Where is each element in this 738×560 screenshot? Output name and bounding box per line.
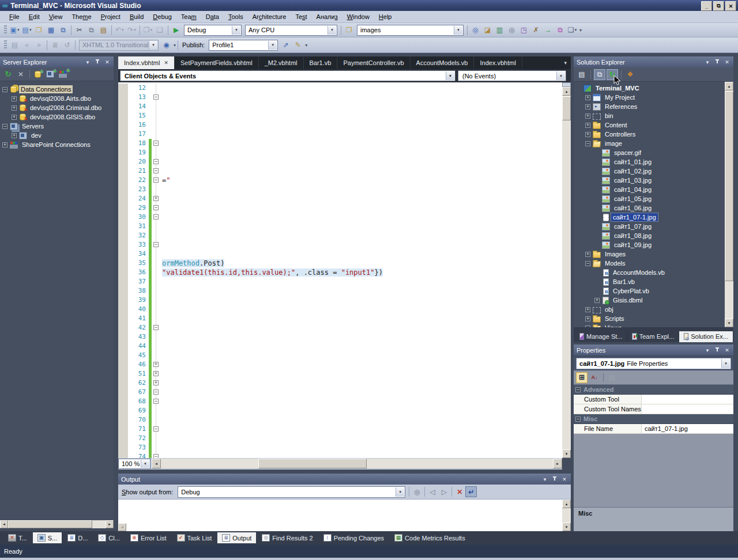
tree-item[interactable]: −Models: [574, 259, 725, 268]
menu-item-help[interactable]: Help: [374, 12, 397, 22]
output-content[interactable]: [118, 500, 562, 531]
panel-tab-team-explorer[interactable]: Team Expl...: [627, 331, 679, 342]
refresh-icon[interactable]: [2, 69, 14, 80]
panel-tab-manage-styles[interactable]: Manage St...: [575, 331, 627, 342]
tree-item[interactable]: +obj: [574, 305, 725, 314]
menu-item-build[interactable]: Build: [125, 12, 148, 22]
menu-item-test[interactable]: Test: [291, 12, 311, 22]
scroll-left-icon[interactable]: ◂: [152, 459, 161, 468]
find-in-document-icon[interactable]: ◎: [506, 24, 518, 36]
editor-tab[interactable]: _M2.vbhtml: [259, 56, 304, 69]
show-all-files-icon[interactable]: [594, 69, 605, 80]
decrease-indent-icon[interactable]: «: [21, 39, 33, 51]
tree-item[interactable]: −Servers: [0, 122, 114, 131]
clear-all-icon[interactable]: [454, 486, 465, 497]
menu-item-window[interactable]: Window: [342, 12, 374, 22]
tree-item[interactable]: +dev\sql2008.Criminal.dbo: [0, 103, 114, 112]
close-button[interactable]: ✕: [725, 1, 736, 11]
clear-formatting-icon[interactable]: ↺: [61, 39, 73, 51]
bottom-tab-document-outline[interactable]: D...: [63, 532, 92, 543]
solution-platform-combo[interactable]: Any CPU▾: [245, 25, 337, 36]
tree-item[interactable]: +bin: [574, 111, 725, 120]
connect-to-sharepoint-icon[interactable]: [58, 69, 70, 80]
menu-item-team[interactable]: Team: [176, 12, 201, 22]
scroll-left-icon[interactable]: ◂: [0, 520, 8, 528]
expand-icon[interactable]: +: [585, 132, 590, 137]
tree-item[interactable]: +Scripts: [574, 314, 725, 323]
fold-expand-icon[interactable]: +: [153, 380, 159, 385]
window-position-icon[interactable]: [541, 476, 548, 483]
close-icon[interactable]: [724, 59, 731, 66]
alphabetical-icon[interactable]: [589, 372, 600, 383]
open-file-icon[interactable]: ❒: [33, 24, 45, 36]
find-message-icon[interactable]: [411, 486, 423, 497]
scroll-down-icon[interactable]: ▾: [725, 319, 733, 327]
categorized-icon[interactable]: [576, 372, 588, 383]
tree-item[interactable]: сайт1_03.jpg: [574, 176, 725, 185]
tree-item[interactable]: сайт1_01.jpg: [574, 157, 725, 167]
scroll-up-icon[interactable]: ▴: [562, 87, 571, 96]
tree-item[interactable]: сайт1_07-1.jpg: [574, 213, 725, 222]
window-position-icon[interactable]: [704, 347, 711, 354]
fold-collapse-icon[interactable]: −: [153, 94, 159, 100]
server-explorer-title[interactable]: Server Explorer: [0, 56, 114, 67]
fold-collapse-icon[interactable]: −: [153, 242, 159, 247]
find-symbol-icon[interactable]: ◎: [469, 24, 481, 36]
tree-item[interactable]: сайт1_04.jpg: [574, 185, 725, 194]
editor-vscrollbar[interactable]: ▴ ▾: [562, 82, 571, 458]
next-message-icon[interactable]: [438, 486, 450, 497]
tree-item[interactable]: CyberPlat.vb: [574, 286, 725, 296]
new-project-icon[interactable]: ▣▾: [9, 24, 21, 36]
scroll-thumb[interactable]: [8, 520, 92, 528]
fold-collapse-icon[interactable]: −: [153, 214, 159, 220]
scroll-thumb[interactable]: [725, 91, 733, 281]
connect-to-server-icon[interactable]: [46, 69, 57, 80]
expand-icon[interactable]: +: [585, 316, 590, 321]
navigate-window-back-icon[interactable]: ❐▾: [142, 24, 154, 36]
tree-item[interactable]: AccountModels.vb: [574, 268, 725, 277]
window-position-icon[interactable]: [704, 59, 711, 66]
toolbar-overflow-icon[interactable]: ▾: [174, 44, 176, 47]
check-page-icon[interactable]: ◉: [160, 39, 172, 51]
tree-item[interactable]: Bar1.vb: [574, 277, 725, 286]
tools-icon[interactable]: ✗: [530, 24, 542, 36]
bottom-tab-find-results[interactable]: Find Results 2: [257, 532, 317, 543]
menu-item-edit[interactable]: Edit: [24, 12, 44, 22]
collapse-icon[interactable]: −: [585, 261, 590, 266]
scroll-up-icon[interactable]: ▴: [725, 82, 733, 90]
collapse-icon[interactable]: −: [2, 87, 7, 92]
fold-expand-icon[interactable]: +: [153, 196, 159, 201]
view-class-diagram-icon[interactable]: [624, 69, 636, 80]
properties-title[interactable]: Properties: [574, 345, 733, 355]
menu-item-tools[interactable]: Tools: [224, 12, 248, 22]
scroll-right-icon[interactable]: ▸: [106, 520, 114, 528]
tree-item[interactable]: −image: [574, 139, 725, 148]
bottom-tab-toolbox[interactable]: T...: [3, 532, 32, 543]
tree-item[interactable]: сайт1_07.jpg: [574, 222, 725, 231]
property-category[interactable]: −Misc: [574, 414, 733, 424]
property-row[interactable]: Custom Tool: [574, 395, 733, 404]
editor-tab[interactable]: SetPaymentFields.vbhtml: [175, 56, 259, 69]
collapse-icon[interactable]: −: [575, 387, 581, 392]
bottom-tab-class-view[interactable]: Cl...: [93, 532, 125, 543]
pin-icon[interactable]: [715, 347, 720, 353]
output-title[interactable]: Output: [118, 474, 571, 485]
navigate-to-icon[interactable]: →: [542, 24, 554, 36]
copy-icon[interactable]: ⧉: [85, 24, 97, 36]
tree-item[interactable]: +Controllers: [574, 130, 725, 139]
tree-item[interactable]: +dev\sql2008.GISIS.dbo: [0, 112, 114, 122]
word-wrap-icon[interactable]: [465, 486, 477, 497]
bottom-tab-code-metrics[interactable]: Code Metrics Results: [390, 532, 470, 543]
close-icon[interactable]: [724, 347, 731, 354]
expand-icon[interactable]: +: [12, 96, 17, 101]
fold-collapse-icon[interactable]: −: [153, 168, 159, 173]
scroll-left-icon[interactable]: ◂: [118, 523, 126, 531]
close-icon[interactable]: ✕: [164, 60, 168, 66]
editor-tab[interactable]: Index.vbhtml: [474, 56, 522, 69]
save-icon[interactable]: ▦: [45, 24, 57, 36]
connect-to-database-icon[interactable]: [33, 69, 44, 80]
zoom-combo[interactable]: 100 % ▾: [118, 459, 150, 469]
server-explorer-tree[interactable]: −Data Connections+dev\sql2008.Airts.dbo+…: [0, 81, 114, 520]
pin-icon[interactable]: [552, 476, 557, 482]
tree-item[interactable]: +References: [574, 102, 725, 111]
